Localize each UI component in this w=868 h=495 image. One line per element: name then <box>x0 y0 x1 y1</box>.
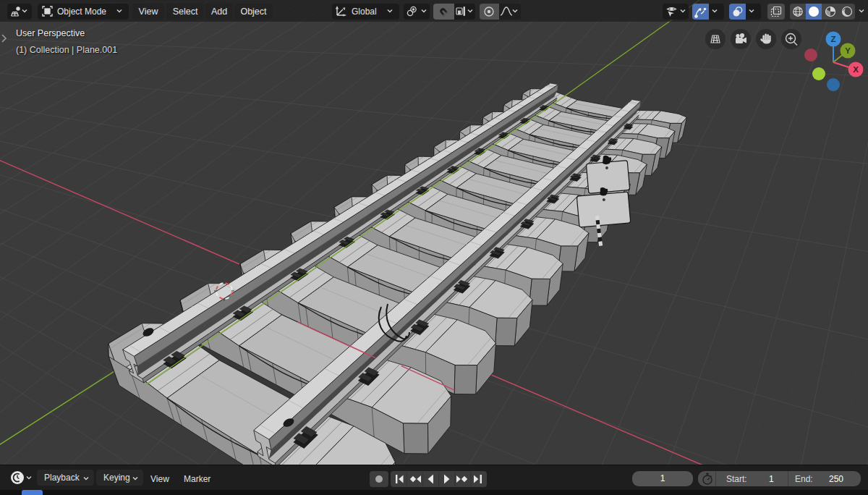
svg-text:Z: Z <box>830 35 835 43</box>
svg-text:Y: Y <box>845 46 851 55</box>
svg-text:X: X <box>853 65 859 74</box>
